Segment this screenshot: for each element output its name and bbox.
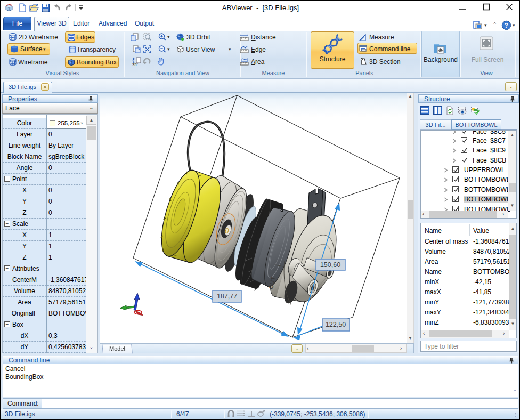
svg-text:150,60: 150,60: [320, 261, 340, 269]
svg-text:?: ?: [505, 22, 508, 29]
svg-text:35°: 35°: [132, 62, 138, 67]
svg-text:122,50: 122,50: [326, 321, 346, 328]
svg-text:187,77: 187,77: [217, 293, 237, 300]
